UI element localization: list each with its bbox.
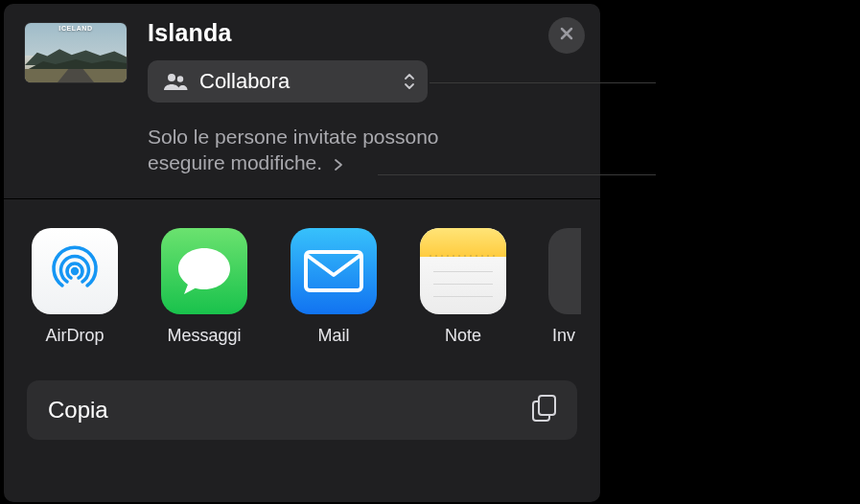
messages-icon (161, 228, 247, 314)
share-sheet: ICELAND Islanda Collabora (4, 4, 600, 502)
collaborate-label: Collabora (199, 69, 401, 94)
notes-icon (420, 228, 506, 314)
people-icon (163, 73, 188, 90)
close-icon (559, 26, 574, 45)
app-label-note: Note (445, 326, 481, 346)
close-button[interactable] (548, 17, 585, 54)
svg-rect-6 (539, 396, 555, 415)
chevron-right-icon (334, 151, 343, 177)
collaborate-popup[interactable]: Collabora (148, 60, 428, 103)
app-label-mail: Mail (317, 326, 349, 346)
callout-line-permission (378, 174, 656, 175)
app-note[interactable]: Note (419, 228, 507, 346)
app-label-extra: Inv (548, 326, 575, 346)
mail-icon (291, 228, 377, 314)
svg-point-0 (168, 74, 175, 81)
copy-action[interactable]: Copia (27, 380, 577, 440)
share-icon (548, 228, 581, 314)
app-label-airdrop: AirDrop (45, 326, 104, 346)
document-thumbnail[interactable]: ICELAND (25, 23, 127, 82)
app-mail[interactable]: Mail (290, 228, 378, 346)
copy-icon (529, 393, 558, 427)
thumbnail-badge: ICELAND (25, 25, 127, 32)
permission-link[interactable]: Solo le persone invitate possono eseguir… (148, 124, 474, 177)
chevron-up-down-icon (401, 72, 418, 91)
app-extra[interactable]: Inv (548, 228, 581, 346)
svg-rect-3 (306, 252, 361, 290)
app-messaggi[interactable]: Messaggi (160, 228, 248, 346)
share-apps-row[interactable]: AirDrop Messaggi Mail (4, 199, 600, 346)
copy-label: Copia (48, 397, 529, 424)
app-label-messaggi: Messaggi (167, 326, 241, 346)
header-row: ICELAND Islanda Collabora (4, 4, 600, 177)
svg-point-2 (71, 267, 79, 275)
callout-line-collab (430, 82, 656, 83)
permission-text: Solo le persone invitate possono eseguir… (148, 126, 439, 173)
svg-point-1 (177, 76, 183, 81)
header-center: Islanda Collabora (127, 19, 548, 177)
page-title: Islanda (148, 19, 548, 47)
airdrop-icon (32, 228, 118, 314)
app-airdrop[interactable]: AirDrop (31, 228, 119, 346)
